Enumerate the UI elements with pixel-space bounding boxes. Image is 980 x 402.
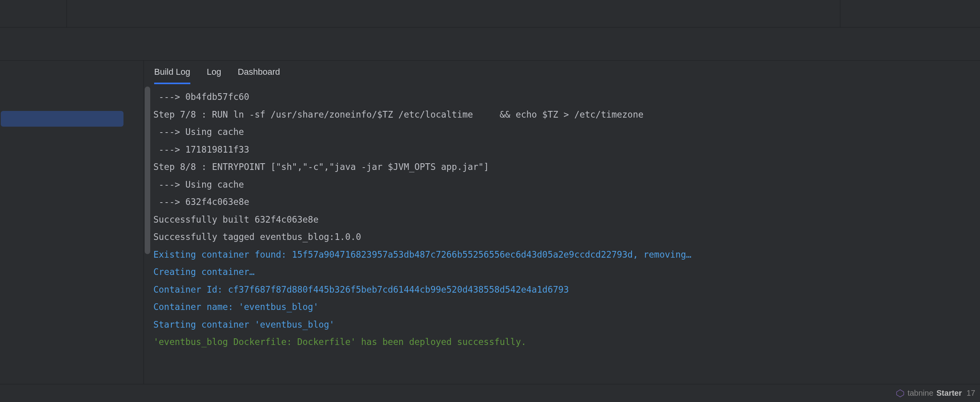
log-line: ---> 171819811f33 [153, 141, 978, 159]
tab-dashboard[interactable]: Dashboard [238, 67, 280, 84]
log-line: Creating container… [153, 263, 978, 281]
log-line: Successfully tagged eventbus_blog:1.0.0 [153, 228, 978, 246]
editor-tab-bar [0, 0, 980, 28]
toolbar [0, 28, 980, 61]
log-output[interactable]: ---> 0b4fdb57fc60Step 7/8 : RUN ln -sf /… [153, 84, 980, 384]
tabnine-plan: Starter [936, 389, 962, 398]
log-line: Container Id: cf37f687f87d880f445b326f5b… [153, 281, 978, 299]
svg-marker-0 [896, 389, 903, 396]
log-line: Step 8/8 : ENTRYPOINT ["sh","-c","java -… [153, 158, 978, 176]
sidebar [0, 61, 144, 384]
log-line: Step 7/8 : RUN ln -sf /usr/share/zoneinf… [153, 106, 978, 124]
tab-build-log[interactable]: Build Log [154, 67, 190, 84]
scrollbar[interactable] [145, 87, 150, 254]
tabnine-name: tabnine [908, 389, 934, 398]
log-tabs: Build Log Log Dashboard [144, 61, 980, 84]
log-line: ---> Using cache [153, 123, 978, 141]
log-line: Existing container found: 15f57a90471682… [153, 246, 978, 264]
log-line: 'eventbus_blog Dockerfile: Dockerfile' h… [153, 333, 978, 351]
line-column-indicator[interactable]: 17 [967, 389, 975, 398]
log-line: Starting container 'eventbus_blog' [153, 316, 978, 334]
top-bar-cell [67, 0, 840, 27]
log-panel: Build Log Log Dashboard ---> 0b4fdb57fc6… [144, 61, 980, 384]
log-line: ---> 632f4c063e8e [153, 193, 978, 211]
top-bar-cell [840, 0, 980, 27]
tabnine-icon [896, 389, 904, 398]
tab-log[interactable]: Log [207, 67, 221, 84]
log-line: Successfully built 632f4c063e8e [153, 211, 978, 229]
tabnine-status[interactable]: tabnine Starter [896, 389, 962, 398]
top-bar-cell [0, 0, 67, 27]
status-bar: tabnine Starter 17 [0, 384, 980, 402]
log-line: Container name: 'eventbus_blog' [153, 298, 978, 316]
sidebar-item-selected[interactable] [1, 111, 123, 127]
log-line: ---> 0b4fdb57fc60 [153, 88, 978, 106]
log-line: ---> Using cache [153, 176, 978, 194]
